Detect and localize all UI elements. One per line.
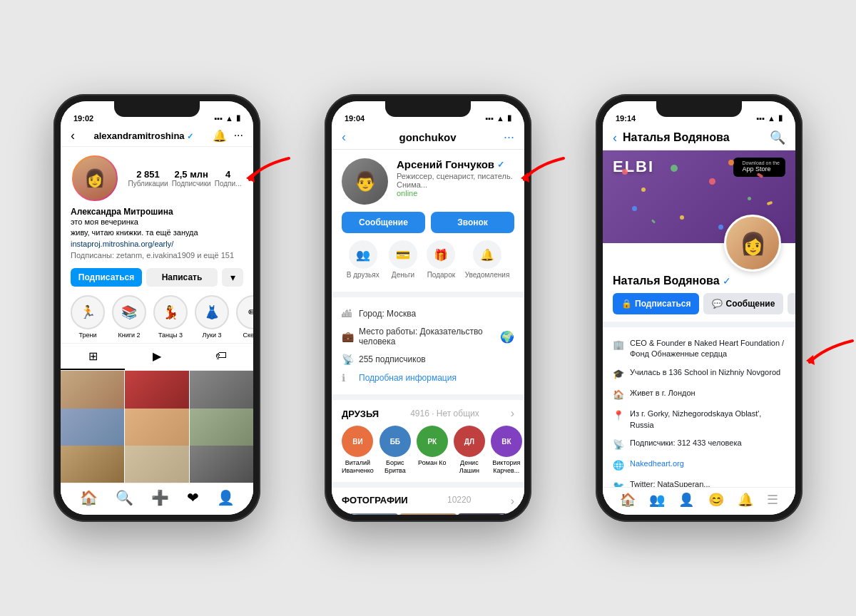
fb-nav-home[interactable]: 🏠 bbox=[620, 492, 636, 508]
vk-quick-notifications[interactable]: 🔔 Уведомления bbox=[465, 240, 510, 279]
vk-friends-header: ДРУЗЬЯ 4916 · Нет общих › bbox=[342, 407, 514, 420]
vk-info-icon: ℹ bbox=[342, 372, 353, 384]
ig-notification-icon[interactable]: 🔔 bbox=[213, 129, 227, 143]
vk-info-detail[interactable]: ℹ Подробная информация bbox=[342, 369, 514, 387]
vk-photos-header: ФОТОГРАФИИ 10220 › bbox=[342, 495, 514, 508]
vk-work-emoji: 🌍 bbox=[500, 330, 514, 344]
ig-more-button[interactable]: ▾ bbox=[222, 268, 243, 287]
vk-friend-4[interactable]: ВК ВикторияКарчев... bbox=[491, 426, 522, 475]
fb-nav-profile[interactable]: 👤 bbox=[678, 492, 694, 508]
fb-school-icon: 🎓 bbox=[613, 368, 624, 381]
fb-follow-button[interactable]: 🔒 Подписаться bbox=[613, 293, 699, 314]
phone1-status-icons: ▪▪▪ ▲ ▮ bbox=[214, 113, 240, 123]
fb-back-button[interactable]: ‹ bbox=[613, 130, 617, 145]
vk-quick-gift[interactable]: 🎁 Подарок bbox=[427, 240, 455, 279]
vk-friend-avatar-1: ББ bbox=[379, 426, 411, 457]
fb-verified-badge: ✓ bbox=[723, 275, 731, 287]
vk-photo-2[interactable] bbox=[458, 513, 514, 515]
vk-friend-avatar-3: ДЛ bbox=[454, 426, 485, 457]
ig-grid-cell-6[interactable] bbox=[61, 446, 124, 483]
ig-back-button[interactable]: ‹ bbox=[71, 128, 75, 143]
vk-photos-title: ФОТОГРАФИИ bbox=[342, 495, 408, 508]
vk-profile-info: Арсений Гончуков ✓ Режиссер, сценарист, … bbox=[397, 158, 514, 197]
fb-avatar: 👩 bbox=[724, 215, 781, 272]
fb-message-button[interactable]: 💬 Сообщение bbox=[703, 293, 783, 314]
ig-highlight-3[interactable]: 👗 Луки 3 bbox=[195, 295, 229, 339]
appstore-badge[interactable]: Download on the App Store bbox=[733, 158, 785, 177]
vk-friends-title: ДРУЗЬЯ bbox=[342, 409, 379, 419]
ig-highlight-2[interactable]: 💃 Танцы 3 bbox=[153, 295, 188, 339]
fb-profile-name: Наталья Водянова bbox=[613, 274, 720, 287]
ig-more-icon[interactable]: ··· bbox=[234, 129, 243, 143]
ig-nav-search[interactable]: 🔍 bbox=[116, 489, 133, 506]
ig-grid-cell-7[interactable] bbox=[125, 446, 188, 483]
vk-profile-desc: Режиссер, сценарист, писатель. Снима... bbox=[397, 172, 514, 189]
phone3-time: 19:14 bbox=[616, 114, 636, 123]
phone1-time: 19:02 bbox=[73, 114, 93, 123]
fb-info-school: 🎓 Училась в 136 School in Nizhniy Novgor… bbox=[613, 364, 785, 384]
ig-header: ‹ alexandramitroshina ✓ 🔔 ··· bbox=[61, 125, 253, 147]
vk-photos-section: ФОТОГРАФИИ 10220 › bbox=[332, 488, 524, 515]
vk-friend-2[interactable]: РК Роман Ко bbox=[417, 426, 448, 475]
vk-avatar: 👨 bbox=[342, 158, 388, 205]
vk-message-button[interactable]: Сообщение bbox=[342, 212, 425, 233]
ig-tabs: ⊞ ▶ 🏷 bbox=[61, 343, 253, 371]
ig-nav-home[interactable]: 🏠 bbox=[80, 489, 98, 506]
ig-header-username: alexandramitroshina ✓ bbox=[93, 130, 193, 141]
vk-friend-avatar-0: ВИ bbox=[342, 426, 373, 457]
fb-nav-groups[interactable]: 😊 bbox=[708, 492, 724, 508]
fb-search-button[interactable]: 🔍 bbox=[770, 130, 785, 145]
vk-city-icon: 🏙 bbox=[342, 308, 353, 319]
vk-quick-friends[interactable]: 👥 В друзьях bbox=[347, 240, 379, 279]
vk-action-buttons: Сообщение Звонок bbox=[342, 212, 514, 233]
vk-more-button[interactable]: ··· bbox=[504, 130, 514, 145]
ig-nav-profile[interactable]: 👤 bbox=[217, 489, 235, 506]
vk-profile-name: Арсений Гончуков ✓ bbox=[397, 158, 514, 170]
ig-highlight-0[interactable]: 🏃 Трени bbox=[71, 295, 105, 339]
ig-highlight-1[interactable]: 📚 Книги 2 bbox=[112, 295, 146, 339]
fb-nav-notifications[interactable]: 🔔 bbox=[738, 492, 753, 508]
vk-info-work: 💼 Место работы: Доказательство человека … bbox=[342, 323, 514, 350]
ig-stat-followers: 2,5 млн Подписчики bbox=[172, 169, 211, 188]
fb-work-icon: 🏢 bbox=[613, 339, 624, 351]
vk-back-button[interactable]: ‹ bbox=[342, 130, 346, 145]
vk-quick-actions: 👥 В друзьях 💳 Деньги 🎁 Подарок bbox=[342, 240, 514, 279]
fb-info-ceo: 🏢 CEO & Founder в Naked Heart Foundation… bbox=[613, 334, 785, 364]
vk-info-city: 🏙 Город: Москва bbox=[342, 304, 514, 323]
ig-grid-cell-8[interactable] bbox=[190, 446, 253, 483]
ig-tab-video[interactable]: ▶ bbox=[125, 344, 189, 370]
ig-write-button[interactable]: Написать bbox=[146, 268, 218, 287]
vk-photos-chevron[interactable]: › bbox=[511, 495, 514, 508]
ig-tab-grid[interactable]: ⊞ bbox=[61, 344, 125, 370]
vk-friend-1[interactable]: ББ БорисБритва bbox=[379, 426, 411, 475]
fb-nav-menu[interactable]: ☰ bbox=[767, 492, 778, 508]
fb-more-button[interactable]: ··· bbox=[788, 293, 795, 314]
fb-info-from: 📍 Из г. Gorky, Nizhegorodskaya Oblast', … bbox=[613, 405, 785, 434]
ig-highlight-4[interactable]: ✏ Скетчи bbox=[236, 295, 253, 339]
vk-money-icon: 💳 bbox=[389, 240, 417, 269]
p2-signal-icon: ▪▪▪ bbox=[485, 114, 494, 123]
vk-friend-3[interactable]: ДЛ ДенисЛашин bbox=[454, 426, 485, 475]
phone3-wrapper: 19:14 ▪▪▪ ▲ ▮ ‹ Наталья Водянова 🔍 bbox=[596, 94, 802, 522]
vk-friends-chevron[interactable]: › bbox=[511, 407, 514, 420]
vk-friends-icon: 👥 bbox=[349, 240, 377, 269]
vk-photo-0[interactable] bbox=[342, 513, 398, 515]
ig-header-icons: 🔔 ··· bbox=[213, 129, 243, 143]
vk-quick-money[interactable]: 💳 Деньги bbox=[389, 240, 417, 279]
vk-call-button[interactable]: Звонок bbox=[431, 212, 514, 233]
vk-photo-1[interactable] bbox=[399, 513, 456, 515]
fb-action-buttons: 🔒 Подписаться 💬 Сообщение ··· bbox=[613, 293, 785, 314]
ig-nav-add[interactable]: ➕ bbox=[151, 489, 169, 506]
fb-header: ‹ Наталья Водянова 🔍 bbox=[603, 125, 795, 150]
vk-photos-grid bbox=[342, 513, 514, 515]
ig-tab-tagged[interactable]: 🏷 bbox=[189, 344, 253, 370]
ig-nav-heart[interactable]: ❤ bbox=[187, 489, 199, 506]
vk-friend-0[interactable]: ВИ ВиталийИванченко bbox=[342, 426, 374, 475]
ig-bottom-nav: 🏠 🔍 ➕ ❤ 👤 bbox=[61, 483, 253, 515]
wifi-icon: ▲ bbox=[225, 114, 233, 123]
phone1-wrapper: 19:02 ▪▪▪ ▲ ▮ ‹ alexandramitroshina ✓ bbox=[54, 94, 260, 522]
fb-nav-friends[interactable]: 👥 bbox=[649, 492, 665, 508]
fb-info-website[interactable]: 🌐 Nakedheart.org bbox=[613, 455, 785, 476]
fb-cover-logo: ELBI Download on the App Store bbox=[613, 158, 785, 177]
ig-subscribe-button[interactable]: Подписаться bbox=[71, 268, 142, 287]
